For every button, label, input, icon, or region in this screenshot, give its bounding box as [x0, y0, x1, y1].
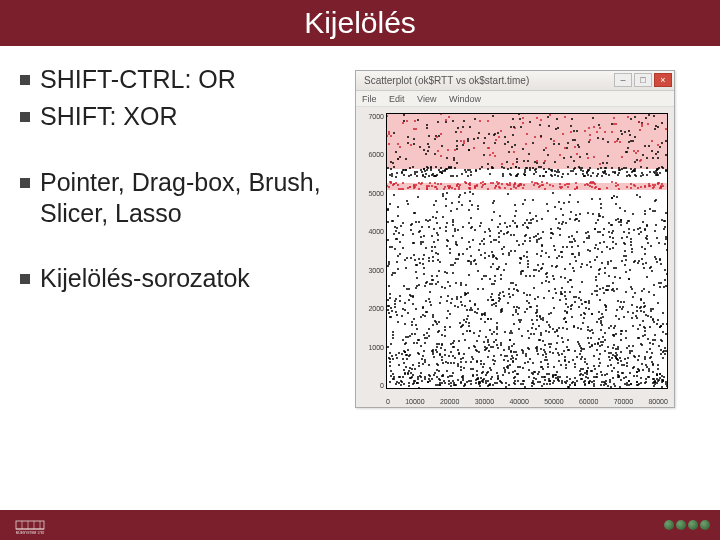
svg-text:MŰEGYETEM 1782: MŰEGYETEM 1782: [16, 530, 45, 535]
bullet-text: Kijelölés-sorozatok: [40, 263, 250, 294]
y-tick: 0: [360, 382, 384, 389]
menu-view[interactable]: View: [417, 94, 436, 104]
x-tick: 10000: [405, 398, 424, 405]
window-titlebar: Scatterplot (ok$RTT vs ok$start.time) – …: [356, 71, 674, 91]
menu-edit[interactable]: Edit: [389, 94, 405, 104]
window-menubar: File Edit View Window: [356, 91, 674, 107]
logo-dot-icon: [688, 520, 698, 530]
slide-footer: MŰEGYETEM 1782: [0, 510, 720, 540]
y-axis-ticks: 70006000500040003000200010000: [360, 113, 384, 389]
x-axis-ticks: 0100002000030000400005000060000700008000…: [386, 398, 668, 405]
y-tick: 2000: [360, 305, 384, 312]
y-tick: 3000: [360, 267, 384, 274]
x-tick: 70000: [614, 398, 633, 405]
y-tick: 6000: [360, 151, 384, 158]
bullet-text: SHIFT-CTRL: OR: [40, 64, 236, 95]
plot-zone: 70006000500040003000200010000 0100002000…: [356, 107, 674, 407]
bullet-column: SHIFT-CTRL: OR SHIFT: XOR Pointer, Drag-…: [0, 64, 355, 408]
scatterplot-window: Scatterplot (ok$RTT vs ok$start.time) – …: [355, 70, 675, 408]
x-tick: 60000: [579, 398, 598, 405]
y-tick: 4000: [360, 228, 384, 235]
bullet-icon: [20, 112, 30, 122]
minimize-button[interactable]: –: [614, 73, 632, 87]
university-logo: MŰEGYETEM 1782: [10, 515, 50, 535]
slide-title: Kijelölés: [0, 0, 720, 46]
menu-window[interactable]: Window: [449, 94, 481, 104]
x-tick: 30000: [475, 398, 494, 405]
bullet-item: SHIFT-CTRL: OR: [20, 64, 355, 95]
x-tick: 80000: [648, 398, 667, 405]
bullet-text: Pointer, Drag-box, Brush, Slicer, Lasso: [40, 167, 355, 230]
y-tick: 5000: [360, 190, 384, 197]
logo-dot-icon: [700, 520, 710, 530]
bullet-group-tools: Pointer, Drag-box, Brush, Slicer, Lasso: [20, 167, 355, 230]
menu-file[interactable]: File: [362, 94, 377, 104]
window-buttons: – □ ×: [614, 73, 672, 87]
x-tick: 20000: [440, 398, 459, 405]
bullet-group-modifiers: SHIFT-CTRL: OR SHIFT: XOR: [20, 64, 355, 133]
scatterplot-canvas[interactable]: [386, 113, 668, 389]
x-tick: 50000: [544, 398, 563, 405]
close-button[interactable]: ×: [654, 73, 672, 87]
bullet-icon: [20, 274, 30, 284]
bullet-group-sequences: Kijelölés-sorozatok: [20, 263, 355, 294]
bullet-icon: [20, 75, 30, 85]
bullet-item: SHIFT: XOR: [20, 101, 355, 132]
bullet-item: Kijelölés-sorozatok: [20, 263, 355, 294]
bullet-item: Pointer, Drag-box, Brush, Slicer, Lasso: [20, 167, 355, 230]
slide-content: SHIFT-CTRL: OR SHIFT: XOR Pointer, Drag-…: [0, 46, 720, 408]
logo-dot-icon: [676, 520, 686, 530]
plot-column: Scatterplot (ok$RTT vs ok$start.time) – …: [355, 64, 690, 408]
x-tick: 0: [386, 398, 390, 405]
window-title-text: Scatterplot (ok$RTT vs ok$start.time): [364, 75, 529, 86]
bullet-text: SHIFT: XOR: [40, 101, 178, 132]
x-tick: 40000: [509, 398, 528, 405]
department-logo: [664, 520, 710, 530]
y-tick: 1000: [360, 344, 384, 351]
maximize-button[interactable]: □: [634, 73, 652, 87]
logo-dot-icon: [664, 520, 674, 530]
y-tick: 7000: [360, 113, 384, 120]
bullet-icon: [20, 178, 30, 188]
